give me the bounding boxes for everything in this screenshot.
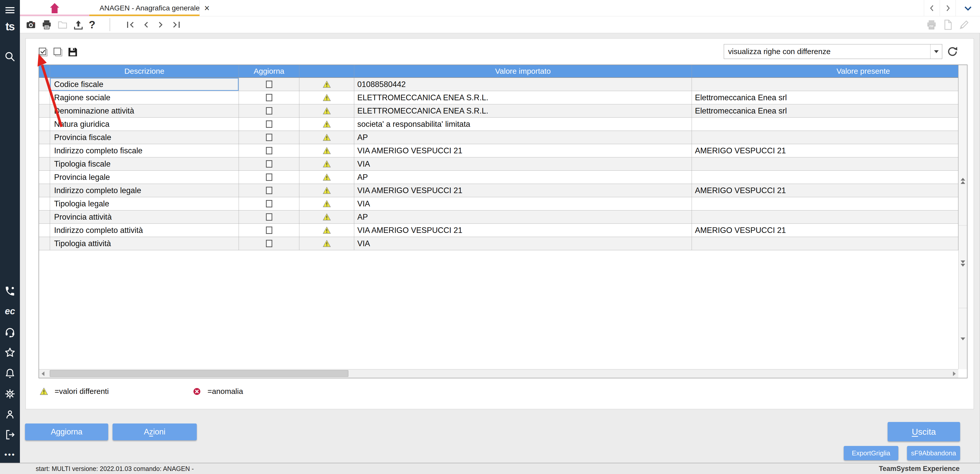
- cell-aggiorna[interactable]: [239, 78, 299, 91]
- ec-logo[interactable]: ec: [0, 305, 20, 318]
- cell-descrizione[interactable]: Ragione sociale: [50, 91, 239, 104]
- aggiorna-checkbox[interactable]: [266, 94, 272, 101]
- cell-valore-presente[interactable]: [692, 237, 958, 250]
- table-row[interactable]: Tipologia legale VIA: [39, 197, 958, 210]
- cell-descrizione[interactable]: Provincia legale: [50, 171, 239, 184]
- cell-descrizione[interactable]: Tipologia attività: [50, 237, 239, 250]
- table-row[interactable]: Tipologia attività VIA: [39, 237, 958, 250]
- table-row[interactable]: Natura giuridica societa' a responsabili…: [39, 118, 958, 131]
- last-record-icon[interactable]: [171, 21, 180, 29]
- chevron-right-icon[interactable]: [940, 0, 956, 16]
- dropdown-caret-icon[interactable]: [930, 45, 942, 59]
- chevron-left-icon[interactable]: [924, 0, 940, 16]
- scroll-right-icon[interactable]: [953, 371, 956, 376]
- chevron-down-icon[interactable]: [956, 0, 980, 16]
- deselect-all-icon[interactable]: [52, 47, 63, 57]
- save-icon[interactable]: [67, 47, 78, 57]
- header-descrizione[interactable]: Descrizione: [50, 65, 239, 77]
- cell-valore-importato[interactable]: VIA: [354, 197, 692, 210]
- table-row[interactable]: Tipologia fiscale VIA: [39, 157, 958, 171]
- aggiorna-checkbox[interactable]: [266, 173, 272, 181]
- cell-descrizione[interactable]: Indirizzo completo legale: [50, 184, 239, 197]
- cell-aggiorna[interactable]: [239, 91, 299, 104]
- aggiorna-checkbox[interactable]: [266, 107, 272, 115]
- previous-record-icon[interactable]: [142, 21, 150, 29]
- aggiorna-checkbox[interactable]: [266, 200, 272, 207]
- cell-descrizione[interactable]: Provincia fiscale: [50, 131, 239, 144]
- horizontal-scrollbar-thumb[interactable]: [50, 370, 348, 377]
- star-icon[interactable]: [0, 346, 20, 359]
- cell-valore-presente[interactable]: [692, 210, 958, 223]
- header-valore-importato[interactable]: Valore importato: [354, 65, 692, 77]
- export-griglia-button[interactable]: Export Griglia: [844, 446, 898, 460]
- bell-icon[interactable]: [0, 367, 20, 380]
- table-row[interactable]: Provincia legale AP: [39, 171, 958, 184]
- cell-aggiorna[interactable]: [239, 210, 299, 223]
- more-ellipsis[interactable]: •••: [0, 448, 20, 461]
- cell-valore-presente[interactable]: [692, 157, 958, 170]
- cell-valore-presente[interactable]: AMERIGO VESPUCCI 21: [692, 184, 958, 197]
- table-row[interactable]: Denominazione attività ELETTROMECCANICA …: [39, 104, 958, 118]
- screenshot-icon[interactable]: [25, 20, 36, 30]
- aggiorna-checkbox[interactable]: [266, 227, 272, 234]
- cell-valore-presente[interactable]: AMERIGO VESPUCCI 21: [692, 144, 958, 157]
- aggiorna-checkbox[interactable]: [266, 81, 272, 88]
- cell-valore-importato[interactable]: VIA AMERIGO VESPUCCI 21: [354, 224, 692, 237]
- aggiorna-checkbox[interactable]: [266, 160, 272, 168]
- cell-aggiorna[interactable]: [239, 144, 299, 157]
- help-icon[interactable]: ?: [89, 19, 95, 31]
- table-row[interactable]: Indirizzo completo attività VIA AMERIGO …: [39, 224, 958, 237]
- header-valore-presente[interactable]: Valore presente: [692, 65, 958, 77]
- cell-valore-presente[interactable]: Elettromeccanica Enea srl: [692, 91, 958, 104]
- cell-descrizione[interactable]: Natura giuridica: [50, 118, 239, 130]
- filter-dropdown[interactable]: visualizza righe con differenze: [724, 44, 942, 59]
- cell-valore-importato[interactable]: 01088580442: [354, 78, 692, 91]
- abbandona-button[interactable]: sF9 Abbandona: [907, 446, 960, 460]
- gear-icon[interactable]: [0, 387, 20, 401]
- cell-valore-importato[interactable]: VIA: [354, 157, 692, 170]
- cell-aggiorna[interactable]: [239, 104, 299, 117]
- table-row[interactable]: Indirizzo completo legale VIA AMERIGO VE…: [39, 184, 958, 197]
- cell-aggiorna[interactable]: [239, 184, 299, 197]
- scroll-double-down-icon[interactable]: [959, 261, 967, 267]
- first-record-icon[interactable]: [127, 21, 136, 29]
- header-warning[interactable]: [299, 65, 354, 77]
- cell-valore-importato[interactable]: societa' a responsabilita' limitata: [354, 118, 692, 130]
- cell-valore-presente[interactable]: [692, 131, 958, 144]
- folder-icon[interactable]: [57, 20, 68, 30]
- table-row[interactable]: Codice fiscale 01088580442: [39, 78, 958, 91]
- cell-valore-importato[interactable]: AP: [354, 131, 692, 144]
- header-aggiorna[interactable]: Aggiorna: [239, 65, 299, 77]
- user-icon[interactable]: [0, 408, 20, 421]
- cell-aggiorna[interactable]: [239, 237, 299, 250]
- print-icon[interactable]: [41, 19, 52, 30]
- cell-aggiorna[interactable]: [239, 118, 299, 130]
- aggiorna-checkbox[interactable]: [266, 187, 272, 194]
- tab-anagen[interactable]: ANAGEN - Anagrafica generale ×: [89, 0, 200, 16]
- close-icon[interactable]: ×: [204, 3, 210, 13]
- cell-valore-importato[interactable]: VIA AMERIGO VESPUCCI 21: [354, 184, 692, 197]
- cell-descrizione[interactable]: Tipologia legale: [50, 197, 239, 210]
- cell-valore-presente[interactable]: [692, 118, 958, 130]
- refresh-icon[interactable]: [945, 45, 959, 59]
- cell-valore-importato[interactable]: VIA: [354, 237, 692, 250]
- cell-valore-importato[interactable]: AP: [354, 171, 692, 184]
- cell-descrizione[interactable]: Tipologia fiscale: [50, 157, 239, 170]
- home-tab[interactable]: [20, 0, 89, 16]
- cell-valore-importato[interactable]: ELETTROMECCANICA ENEA S.R.L.: [354, 91, 692, 104]
- cell-valore-presente[interactable]: [692, 197, 958, 210]
- cell-aggiorna[interactable]: [239, 131, 299, 144]
- upload-icon[interactable]: [73, 19, 84, 30]
- sign-out-icon[interactable]: [0, 428, 20, 441]
- scroll-left-icon[interactable]: [41, 371, 45, 376]
- table-row[interactable]: Provincia fiscale AP: [39, 131, 958, 144]
- phone-icon[interactable]: [0, 285, 20, 298]
- cell-aggiorna[interactable]: [239, 224, 299, 237]
- cell-valore-importato[interactable]: AP: [354, 210, 692, 223]
- cell-aggiorna[interactable]: [239, 197, 299, 210]
- select-all-icon[interactable]: [38, 47, 48, 57]
- headset-icon[interactable]: [0, 326, 20, 339]
- cell-valore-presente[interactable]: Elettromeccanica Enea srl: [692, 104, 958, 117]
- aggiorna-checkbox[interactable]: [266, 134, 272, 141]
- cell-valore-presente[interactable]: AMERIGO VESPUCCI 21: [692, 224, 958, 237]
